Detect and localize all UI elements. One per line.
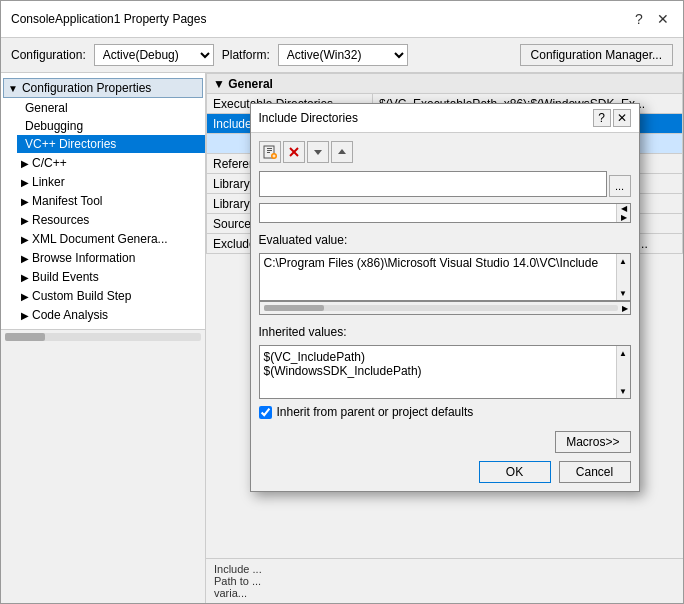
- title-bar: ConsoleApplication1 Property Pages ? ✕: [1, 1, 683, 38]
- close-button[interactable]: ✕: [653, 9, 673, 29]
- svg-rect-1: [267, 148, 272, 149]
- tree-group-xml: ▶ XML Document Genera...: [17, 230, 205, 248]
- dialog-toolbar: [259, 141, 631, 163]
- inherit-label: Inherit from parent or project defaults: [277, 405, 474, 419]
- browse-button[interactable]: ...: [609, 175, 631, 197]
- move-up-button[interactable]: [331, 141, 353, 163]
- sidebar-item-label: General: [25, 101, 68, 115]
- sidebar-item-code-analysis[interactable]: ▶ Code Analysis: [17, 306, 205, 324]
- sidebar-item-resources[interactable]: ▶ Resources: [17, 211, 205, 229]
- dialog-body: ... ◀ ▶ Evaluated value:: [251, 133, 639, 427]
- tree-group-linker: ▶ Linker: [17, 173, 205, 191]
- svg-marker-9: [314, 150, 322, 155]
- scrollable-list[interactable]: ◀ ▶: [259, 203, 631, 223]
- sidebar-item-label: Debugging: [25, 119, 83, 133]
- dialog-overlay: Include Directories ? ✕: [206, 73, 683, 603]
- config-label: Configuration:: [11, 48, 86, 62]
- expand-arrow: ▶: [21, 177, 29, 188]
- new-icon: [263, 145, 277, 159]
- evaluated-value: C:\Program Files (x86)\Microsoft Visual …: [264, 256, 626, 270]
- svg-rect-2: [267, 150, 272, 151]
- sidebar-item-xml-document[interactable]: ▶ XML Document Genera...: [17, 230, 205, 248]
- inherited-values-box: $(VC_IncludePath) $(WindowsSDK_IncludePa…: [259, 345, 631, 399]
- dialog-ok-cancel: OK Cancel: [251, 461, 639, 491]
- sidebar-item-label: Manifest Tool: [32, 194, 102, 208]
- sidebar-item-linker[interactable]: ▶ Linker: [17, 173, 205, 191]
- expand-arrow: ▶: [21, 272, 29, 283]
- evaluated-value-box: C:\Program Files (x86)\Microsoft Visual …: [259, 253, 631, 301]
- scroll-left-button[interactable]: ◀: [617, 204, 631, 213]
- directory-input-container: [259, 171, 607, 197]
- right-panel: ▼ General Executable Directories $(VC_Ex…: [206, 73, 683, 603]
- sidebar-item-cpp[interactable]: ▶ C/C++: [17, 154, 205, 172]
- tree-group-custom-build: ▶ Custom Build Step: [17, 287, 205, 305]
- inherit-checkbox[interactable]: [259, 406, 272, 419]
- scroll-up-btn[interactable]: ▲: [616, 254, 630, 268]
- sidebar-item-label: Browse Information: [32, 251, 135, 265]
- tree-group-cpp: ▶ C/C++: [17, 154, 205, 172]
- platform-select[interactable]: Active(Win32): [278, 44, 408, 66]
- sidebar-item-manifest-tool[interactable]: ▶ Manifest Tool: [17, 192, 205, 210]
- macros-button[interactable]: Macros>>: [555, 431, 630, 453]
- evaluated-label: Evaluated value:: [259, 233, 631, 247]
- config-manager-button[interactable]: Configuration Manager...: [520, 44, 673, 66]
- toolbar: Configuration: Active(Debug) Platform: A…: [1, 38, 683, 73]
- expand-arrow: ▶: [21, 310, 29, 321]
- sidebar-item-label: VC++ Directories: [25, 137, 116, 151]
- cancel-button[interactable]: Cancel: [559, 461, 631, 483]
- inherit-checkbox-row: Inherit from parent or project defaults: [259, 405, 631, 419]
- include-directories-dialog: Include Directories ? ✕: [250, 103, 640, 492]
- delete-item-button[interactable]: [283, 141, 305, 163]
- h-scroll-track: [264, 305, 618, 311]
- left-panel: ▼ Configuration Properties General Debug…: [1, 73, 206, 329]
- dialog-title: Include Directories: [259, 111, 358, 125]
- sidebar-item-browse-info[interactable]: ▶ Browse Information: [17, 249, 205, 267]
- scroll-down-btn[interactable]: ▼: [616, 286, 630, 300]
- directory-input[interactable]: [262, 172, 604, 196]
- sidebar-item-vc-directories[interactable]: VC++ Directories: [17, 135, 205, 153]
- move-down-button[interactable]: [307, 141, 329, 163]
- inherited-scrollbar: ▲ ▼: [616, 346, 630, 398]
- main-window: ConsoleApplication1 Property Pages ? ✕ C…: [0, 0, 684, 604]
- sidebar-item-label: C/C++: [32, 156, 67, 170]
- sidebar-item-build-events[interactable]: ▶ Build Events: [17, 268, 205, 286]
- tree-root: ▼ Configuration Properties General Debug…: [1, 73, 205, 329]
- dialog-close-button[interactable]: ✕: [613, 109, 631, 127]
- scrollbar-track: [5, 333, 201, 341]
- ok-button[interactable]: OK: [479, 461, 551, 483]
- sidebar-item-custom-build[interactable]: ▶ Custom Build Step: [17, 287, 205, 305]
- move-up-icon: [335, 145, 349, 159]
- tree-root-header[interactable]: ▼ Configuration Properties: [3, 78, 203, 98]
- inh-scroll-down[interactable]: ▼: [616, 384, 630, 398]
- window-title: ConsoleApplication1 Property Pages: [11, 12, 206, 26]
- expand-arrow: ▶: [21, 253, 29, 264]
- svg-rect-6: [272, 156, 275, 157]
- left-panel-container: ▼ Configuration Properties General Debug…: [1, 73, 206, 603]
- sidebar-item-debugging[interactable]: Debugging: [17, 117, 205, 135]
- svg-rect-3: [267, 152, 270, 153]
- expand-arrow: ▶: [21, 196, 29, 207]
- tree-group-manifest: ▶ Manifest Tool: [17, 192, 205, 210]
- tree-group-code-analysis: ▶ Code Analysis: [17, 306, 205, 324]
- scroll-right-arrow: ▶: [622, 304, 630, 313]
- expand-arrow: ▶: [21, 215, 29, 226]
- sidebar-item-label: XML Document Genera...: [32, 232, 168, 246]
- inh-scroll-up[interactable]: ▲: [616, 346, 630, 360]
- sidebar-item-general[interactable]: General: [17, 99, 205, 117]
- expand-arrow: ▶: [21, 158, 29, 169]
- evaluated-scrollbar: ▲ ▼: [616, 254, 630, 300]
- tree-group-resources: ▶ Resources: [17, 211, 205, 229]
- evaluated-h-scrollbar[interactable]: ▶: [259, 301, 631, 315]
- expand-arrow: ▶: [21, 234, 29, 245]
- dialog-help-button[interactable]: ?: [593, 109, 611, 127]
- new-item-button[interactable]: [259, 141, 281, 163]
- scroll-right-button[interactable]: ▶: [617, 213, 631, 222]
- help-button[interactable]: ?: [629, 9, 649, 29]
- expand-arrow: ▶: [21, 291, 29, 302]
- config-select[interactable]: Active(Debug): [94, 44, 214, 66]
- svg-marker-10: [338, 149, 346, 154]
- left-panel-scrollbar[interactable]: [1, 329, 205, 343]
- move-down-icon: [311, 145, 325, 159]
- sidebar-item-label: Linker: [32, 175, 65, 189]
- dialog-title-buttons: ? ✕: [593, 109, 631, 127]
